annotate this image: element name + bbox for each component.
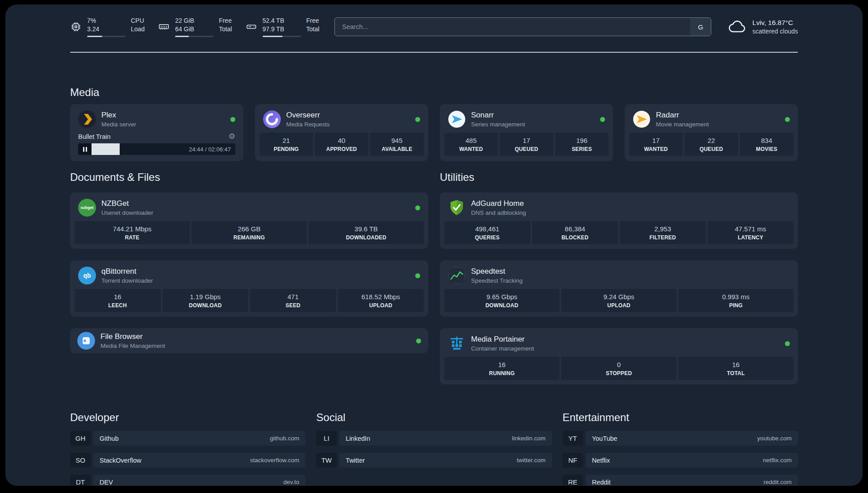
section-title-utilities: Utilities: [440, 171, 798, 184]
stat-label: LATENCY: [709, 234, 792, 241]
stat-tile: 47.571 msLATENCY: [708, 221, 794, 244]
weather-location: Lviv, 16.87°C: [752, 18, 798, 27]
app-card-filebrowser[interactable]: File Browser Media File Management: [70, 328, 428, 353]
app-description: Media File Management: [100, 342, 411, 350]
disk-icon: [246, 21, 257, 33]
bookmark-abbr: LI: [316, 431, 337, 446]
card-header: qb qBittorrent Torrent downloader: [75, 265, 424, 289]
bookmark-abbr: NF: [563, 453, 583, 468]
stat-tile: 618.52 MbpsUPLOAD: [338, 289, 424, 312]
cpu-icon: [70, 21, 82, 33]
bookmark-domain: stackoverflow.com: [250, 457, 299, 464]
card-titles: Sonarr Series management: [471, 110, 595, 128]
stat-label: PING: [680, 302, 792, 309]
plex-icon: [78, 110, 96, 128]
app-card-overseerr[interactable]: Overseerr Media Requests 21PENDING 40APP…: [255, 104, 428, 161]
portainer-icon: [448, 334, 466, 352]
playback-progress-bar[interactable]: 24:44 / 02:06:47: [78, 143, 235, 155]
stat-tile: 485WANTED: [444, 133, 498, 156]
status-dot: [416, 338, 421, 343]
stat-value: 498,461: [446, 225, 529, 233]
app-card-speedtest[interactable]: Speedtest Speedtest Tracking 9.65 GbpsDO…: [440, 260, 798, 317]
bookmark-item: YT YouTube youtube.com: [563, 431, 798, 446]
ram-progress-fill: [175, 36, 189, 37]
stat-value: 16: [446, 360, 558, 369]
bookmark-item: NF Netflix netflix.com: [563, 453, 798, 468]
disk-label-1: Free: [306, 17, 320, 25]
stat-tile: 945AVAILABLE: [370, 133, 424, 156]
stat-value: 834: [742, 136, 792, 145]
app-card-nzbget[interactable]: nzbget NZBGet Usenet downloader 744.21 M…: [70, 192, 428, 249]
bookmark-group-social: Social LI LinkedIn linkedin.com TW Twitt…: [316, 411, 551, 486]
filebrowser-icon: [77, 332, 95, 350]
app-description: Media Requests: [286, 121, 410, 128]
stat-value: 266 GB: [193, 225, 305, 233]
app-card-sonarr[interactable]: Sonarr Series management 485WANTED 17QUE…: [440, 104, 613, 161]
stat-label: SERIES: [557, 146, 607, 152]
bookmark-domain: twitter.com: [517, 457, 546, 464]
app-card-plex[interactable]: Plex Media server Bullet Train 24:4: [70, 104, 243, 161]
app-card-qbittorrent[interactable]: qb qBittorrent Torrent downloader 16LEEC…: [70, 260, 428, 317]
bookmark-name: Reddit: [592, 479, 611, 486]
app-card-portainer[interactable]: Media Portainer Container management 16R…: [440, 328, 798, 384]
app-name: NZBGet: [101, 199, 410, 208]
qbittorrent-icon: qb: [78, 267, 96, 284]
stat-value: 21: [261, 136, 311, 145]
stat-label: RATE: [76, 234, 188, 241]
utilities-section: Utilities AdGuard Home DNS and adblockin…: [440, 171, 798, 384]
bookmark-link-stackoverflow[interactable]: StackOverflow stackoverflow.com: [93, 453, 305, 468]
bookmark-name: Github: [100, 435, 119, 442]
stat-label: APPROVED: [317, 146, 367, 152]
card-titles: Radarr Movie management: [656, 110, 780, 128]
ram-labels: Free Total: [219, 17, 232, 37]
stats-row: 16RUNNING 0STOPPED 16TOTAL: [444, 357, 793, 380]
bookmark-link-twitter[interactable]: Twitter twitter.com: [339, 453, 551, 468]
stat-label: BLOCKED: [534, 234, 617, 241]
card-header: Plex Media server: [75, 109, 239, 133]
search-provider-button[interactable]: G: [690, 18, 711, 36]
bookmark-item: DT DEV dev.to: [70, 475, 305, 486]
bookmark-abbr: GH: [70, 431, 91, 446]
stat-tile: 86,384BLOCKED: [532, 221, 618, 244]
app-description: DNS and adblocking: [471, 209, 790, 217]
bookmark-link-reddit[interactable]: Reddit reddit.com: [586, 475, 798, 486]
bookmark-abbr: YT: [563, 431, 583, 446]
bookmark-link-github[interactable]: Github github.com: [93, 431, 305, 446]
ram-total-value: 64 GiB: [175, 25, 213, 33]
stats-row: 16LEECH 1.19 GbpsDOWNLOAD 471SEED 618.52…: [75, 289, 424, 312]
weather-condition: scattered clouds: [752, 27, 798, 36]
settings-gear-icon[interactable]: [229, 133, 235, 140]
app-name: AdGuard Home: [471, 199, 790, 208]
app-card-adguard[interactable]: AdGuard Home DNS and adblocking 498,461Q…: [440, 192, 798, 249]
card-header: Radarr Movie management: [629, 109, 793, 133]
now-playing-row: Bullet Train: [78, 133, 235, 140]
pause-button[interactable]: [78, 143, 92, 155]
app-description: Speedtest Tracking: [471, 277, 790, 284]
ram-progress-bar: [175, 36, 213, 37]
bookmark-item: GH Github github.com: [70, 431, 305, 446]
stat-tile: 16LEECH: [75, 289, 161, 312]
status-dot: [415, 273, 420, 278]
bookmark-link-linkedin[interactable]: LinkedIn linkedin.com: [339, 431, 551, 446]
bookmark-abbr: RE: [563, 475, 583, 486]
card-header: Sonarr Series management: [444, 109, 609, 133]
search-input[interactable]: [334, 17, 711, 36]
bookmark-item: TW Twitter twitter.com: [316, 453, 551, 468]
bookmark-domain: github.com: [270, 435, 299, 442]
card-titles: AdGuard Home DNS and adblocking: [471, 199, 790, 217]
stats-row: 485WANTED 17QUEUED 196SERIES: [444, 133, 609, 156]
app-description: Torrent downloader: [101, 277, 410, 284]
bookmark-link-dev[interactable]: DEV dev.to: [93, 475, 305, 486]
app-description: Usenet downloader: [101, 209, 410, 217]
stat-value: 16: [76, 292, 159, 301]
app-card-radarr[interactable]: Radarr Movie management 17WANTED 22QUEUE…: [625, 104, 798, 161]
stat-tile: 17QUEUED: [500, 133, 553, 156]
card-header: AdGuard Home DNS and adblocking: [444, 197, 793, 221]
card-titles: Plex Media server: [101, 110, 225, 128]
stat-label: SEED: [252, 302, 334, 309]
bookmark-link-youtube[interactable]: YouTube youtube.com: [586, 431, 798, 446]
documents-section: Documents & Files nzbget NZBGet Usenet d…: [70, 171, 428, 384]
stat-label: RUNNING: [446, 370, 558, 376]
bookmark-link-netflix[interactable]: Netflix netflix.com: [586, 453, 798, 468]
cpu-load-value: 3.24: [87, 25, 125, 33]
